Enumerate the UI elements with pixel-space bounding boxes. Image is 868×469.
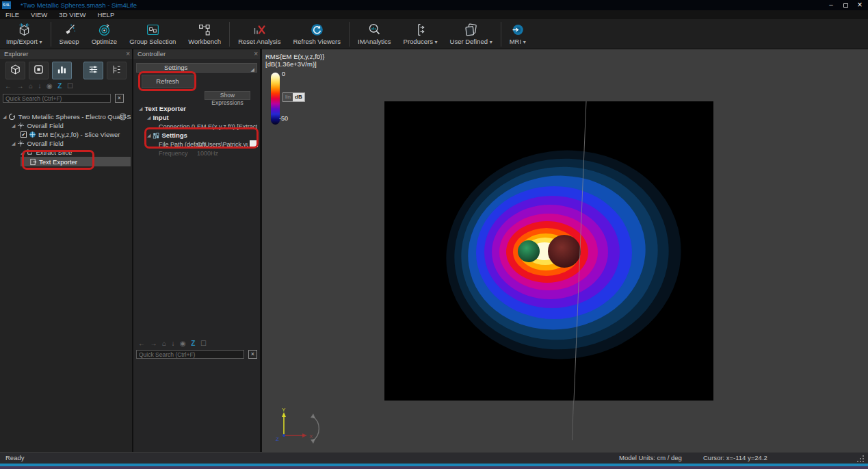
tree-view-button[interactable] bbox=[107, 62, 127, 79]
dropdown-corner-icon: ◢ bbox=[251, 66, 254, 74]
toolbar-item-optimize[interactable]: Optimize bbox=[86, 19, 123, 49]
dropdown-caret-icon: ▾ bbox=[40, 39, 42, 45]
toolbar-separator bbox=[51, 22, 51, 47]
slice-axis-line-extension bbox=[572, 401, 574, 440]
toolbar-item-imanalytics[interactable]: IMAnalytics bbox=[352, 19, 397, 49]
property-value[interactable]: EM E(x,y,z,f0) [Extract Sl... bbox=[197, 123, 257, 130]
menu-help[interactable]: HELP bbox=[97, 11, 114, 18]
toolbar-separator bbox=[349, 22, 350, 47]
taskbar-edge bbox=[0, 466, 868, 469]
toolbar-item-user-defined[interactable]: User Defined ▾ bbox=[444, 19, 499, 49]
status-bar: Ready Model Units: cm / deg Cursor: x=-1… bbox=[0, 452, 868, 464]
controller-header: Controller × bbox=[133, 49, 260, 59]
property-value[interactable]: 1000Hz bbox=[197, 150, 257, 157]
down-arrow-icon[interactable]: ↓ bbox=[38, 82, 42, 90]
toolbar-item-producers[interactable]: Producers ▾ bbox=[397, 19, 444, 49]
resize-grip[interactable] bbox=[857, 455, 865, 462]
visibility-eye-icon[interactable]: ◉ bbox=[180, 340, 186, 347]
colorbar-max-label: 0 bbox=[282, 71, 285, 77]
extract-slice-icon bbox=[26, 149, 34, 156]
analysis-view-button[interactable] bbox=[52, 62, 72, 79]
property-label: Text Exporter bbox=[144, 105, 186, 112]
tree-item-text-exporter[interactable]: Text Exporter bbox=[21, 157, 131, 166]
visibility-checkbox[interactable]: ✔ bbox=[21, 131, 27, 138]
toolbar-item-imp-export[interactable]: Imp/Export ▾ bbox=[0, 19, 49, 49]
simulation-view-icon bbox=[33, 64, 44, 78]
tree-item-two-metallic-spheres-electro-quasi-static[interactable]: ◢Two Metallic Spheres - Electro Quasi-St… bbox=[0, 112, 131, 121]
lin-toggle[interactable]: lin bbox=[283, 93, 293, 101]
back-arrow-icon[interactable]: ← bbox=[138, 340, 145, 347]
sliders-icon bbox=[88, 64, 99, 78]
slice-viewer-icon bbox=[29, 131, 36, 138]
toolbar-item-workbench[interactable]: Workbench bbox=[182, 19, 227, 49]
controller-search-clear-icon[interactable]: × bbox=[248, 350, 257, 359]
toolbar-item-label: IMAnalytics bbox=[358, 38, 391, 45]
simulation-view-button[interactable] bbox=[29, 62, 49, 79]
home-icon[interactable]: ⌂ bbox=[162, 340, 166, 347]
model-view-button[interactable] bbox=[5, 62, 25, 79]
expand-caret-icon[interactable]: ◢ bbox=[21, 150, 24, 155]
expand-caret-icon[interactable]: ◢ bbox=[3, 114, 6, 120]
property-value[interactable]: C:\Users\Patrick.yu\Do bbox=[197, 141, 248, 148]
green-sphere bbox=[518, 240, 540, 262]
model-cube-icon bbox=[10, 64, 21, 78]
field-sensor-icon bbox=[17, 140, 25, 147]
home-icon[interactable]: ⌂ bbox=[29, 82, 33, 90]
close-button[interactable]: × bbox=[854, 1, 865, 10]
toolbar-item-label: Optimize bbox=[92, 38, 117, 45]
expand-caret-icon[interactable]: ◢ bbox=[12, 141, 15, 147]
tree-item-em-e-x-y-z-f0-slice-viewer[interactable]: ✔EM E(x,y,z,f0) - Slice Viewer bbox=[0, 130, 131, 139]
tree-item-overall-field[interactable]: ◢Overall Field bbox=[0, 121, 131, 130]
property-label: Input bbox=[153, 114, 168, 121]
toolbar-item-reset-analysis[interactable]: Reset Analysis bbox=[232, 19, 287, 49]
imanalytics-icon bbox=[367, 23, 382, 37]
toolbar-item-refresh-viewers[interactable]: Refresh Viewers bbox=[287, 19, 347, 49]
expand-caret-icon[interactable]: ◢ bbox=[12, 123, 15, 129]
settings-dropdown-label: Settings bbox=[164, 64, 187, 71]
filter-checkbox-icon[interactable]: ☐ bbox=[200, 340, 207, 347]
back-arrow-icon[interactable]: ← bbox=[5, 82, 12, 90]
explorer-search-clear-icon[interactable]: × bbox=[115, 94, 124, 103]
filter-checkbox-icon[interactable]: ☐ bbox=[67, 82, 73, 90]
app-logo: S4L bbox=[2, 1, 11, 9]
toolbar-item-group-selection[interactable]: Group Selection bbox=[123, 19, 182, 49]
menu-view[interactable]: VIEW bbox=[31, 11, 47, 18]
restore-button[interactable] bbox=[840, 1, 851, 10]
explorer-close-icon[interactable]: × bbox=[126, 49, 130, 58]
browse-button[interactable] bbox=[250, 140, 258, 147]
db-toggle[interactable]: dB bbox=[293, 93, 304, 101]
field-visualization bbox=[384, 101, 713, 401]
expand-caret-icon[interactable]: ◢ bbox=[147, 133, 150, 138]
menu-file[interactable]: FILE bbox=[5, 11, 19, 18]
property-text-exporter: ◢Text Exporter bbox=[133, 104, 260, 113]
forward-arrow-icon[interactable]: → bbox=[150, 340, 157, 347]
expand-caret-icon[interactable]: ◢ bbox=[147, 115, 150, 121]
refresh-button[interactable]: Refresh bbox=[142, 75, 194, 88]
toolbar-item-mri[interactable]: MRI ▾ bbox=[503, 19, 532, 49]
controller-search-input[interactable] bbox=[136, 350, 244, 359]
settings-dropdown[interactable]: Settings ◢ bbox=[136, 63, 257, 73]
minimize-button[interactable]: – bbox=[826, 1, 837, 10]
show-expressions-button[interactable]: Show Expressions bbox=[205, 91, 250, 100]
properties-view-button[interactable] bbox=[83, 62, 103, 79]
3d-viewport[interactable]: RMS{EM E(x,y,z,f0)} [dB(1.36e+3V/m)] 0 -… bbox=[262, 49, 868, 452]
controller-close-icon[interactable]: × bbox=[254, 49, 258, 58]
colorbar-min-label: -50 bbox=[279, 115, 288, 122]
z-sort-icon[interactable]: Z bbox=[191, 340, 195, 347]
z-sort-icon[interactable]: Z bbox=[57, 82, 62, 90]
tree-item-label: Extract Slice bbox=[36, 149, 72, 156]
visibility-eye-icon[interactable]: ◉ bbox=[47, 82, 53, 90]
expand-caret-icon[interactable]: ◢ bbox=[139, 106, 142, 112]
down-arrow-icon[interactable]: ↓ bbox=[172, 340, 175, 347]
menu-3d-view[interactable]: 3D VIEW bbox=[59, 11, 86, 18]
forward-arrow-icon[interactable]: → bbox=[17, 82, 24, 90]
property-tree: ◢Text Exporter◢InputConnection 0EM E(x,y… bbox=[133, 104, 260, 157]
tree-item-label: Two Metallic Spheres - Electro Quasi-Sta… bbox=[18, 113, 131, 121]
colorbar-unit-toggle[interactable]: lin dB bbox=[282, 92, 305, 102]
property-frequency: Frequency1000Hz bbox=[133, 149, 260, 157]
tree-item-extract-slice[interactable]: ◢Extract Slice bbox=[0, 148, 131, 157]
toolbar-item-sweep[interactable]: Sweep bbox=[53, 19, 86, 49]
tree-item-overall-field[interactable]: ◢Overall Field bbox=[0, 139, 131, 148]
explorer-search-input[interactable] bbox=[3, 94, 111, 103]
slice-plane[interactable] bbox=[384, 101, 713, 401]
